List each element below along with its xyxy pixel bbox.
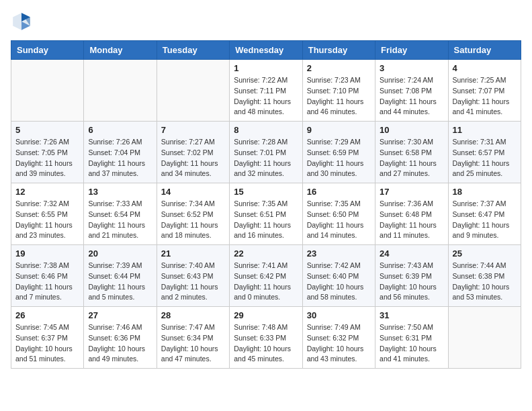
day-number: 11 bbox=[453, 125, 517, 135]
day-number: 3 bbox=[380, 63, 443, 73]
calendar-cell bbox=[84, 60, 157, 122]
day-number: 2 bbox=[307, 63, 371, 73]
calendar-cell: 10Sunrise: 7:30 AMSunset: 6:58 PMDayligh… bbox=[375, 122, 448, 183]
day-info: Sunrise: 7:44 AMSunset: 6:38 PMDaylight:… bbox=[453, 261, 517, 303]
calendar-header-row: SundayMondayTuesdayWednesdayThursdayFrid… bbox=[11, 41, 521, 60]
day-info: Sunrise: 7:46 AMSunset: 6:36 PMDaylight:… bbox=[88, 322, 152, 365]
day-number: 1 bbox=[234, 63, 298, 73]
day-info: Sunrise: 7:35 AMSunset: 6:51 PMDaylight:… bbox=[234, 199, 298, 241]
day-number: 22 bbox=[234, 248, 298, 259]
calendar-cell: 27Sunrise: 7:46 AMSunset: 6:36 PMDayligh… bbox=[84, 307, 157, 369]
day-number: 19 bbox=[15, 248, 79, 259]
day-info: Sunrise: 7:31 AMSunset: 6:57 PMDaylight:… bbox=[453, 137, 517, 179]
calendar-cell: 9Sunrise: 7:29 AMSunset: 6:59 PMDaylight… bbox=[302, 122, 375, 183]
calendar-week-1: 1Sunrise: 7:22 AMSunset: 7:11 PMDaylight… bbox=[11, 60, 521, 122]
calendar-cell: 21Sunrise: 7:40 AMSunset: 6:43 PMDayligh… bbox=[157, 245, 229, 307]
day-info: Sunrise: 7:23 AMSunset: 7:10 PMDaylight:… bbox=[307, 75, 371, 118]
day-info: Sunrise: 7:32 AMSunset: 6:55 PMDaylight:… bbox=[15, 199, 79, 241]
day-number: 9 bbox=[307, 125, 371, 135]
calendar-cell: 14Sunrise: 7:34 AMSunset: 6:52 PMDayligh… bbox=[157, 183, 229, 245]
day-header-sunday: Sunday bbox=[11, 41, 84, 60]
day-number: 29 bbox=[234, 310, 298, 320]
day-info: Sunrise: 7:49 AMSunset: 6:32 PMDaylight:… bbox=[307, 322, 371, 365]
day-info: Sunrise: 7:24 AMSunset: 7:08 PMDaylight:… bbox=[380, 75, 443, 118]
day-info: Sunrise: 7:41 AMSunset: 6:42 PMDaylight:… bbox=[234, 261, 298, 303]
day-number: 12 bbox=[15, 187, 79, 197]
calendar-cell: 6Sunrise: 7:26 AMSunset: 7:04 PMDaylight… bbox=[84, 122, 157, 183]
day-number: 26 bbox=[15, 310, 79, 320]
day-number: 30 bbox=[307, 310, 371, 320]
calendar-week-4: 19Sunrise: 7:38 AMSunset: 6:46 PMDayligh… bbox=[11, 245, 521, 307]
day-info: Sunrise: 7:39 AMSunset: 6:44 PMDaylight:… bbox=[88, 261, 152, 303]
day-header-saturday: Saturday bbox=[448, 41, 521, 60]
day-header-wednesday: Wednesday bbox=[230, 41, 302, 60]
day-info: Sunrise: 7:45 AMSunset: 6:37 PMDaylight:… bbox=[15, 322, 79, 365]
day-number: 7 bbox=[161, 125, 225, 135]
day-number: 21 bbox=[161, 248, 225, 259]
calendar-cell: 30Sunrise: 7:49 AMSunset: 6:32 PMDayligh… bbox=[302, 307, 375, 369]
day-info: Sunrise: 7:29 AMSunset: 6:59 PMDaylight:… bbox=[307, 137, 371, 179]
day-number: 18 bbox=[453, 187, 517, 197]
logo bbox=[11, 11, 35, 32]
calendar-cell: 23Sunrise: 7:42 AMSunset: 6:40 PMDayligh… bbox=[302, 245, 375, 307]
day-number: 14 bbox=[161, 187, 225, 197]
day-header-thursday: Thursday bbox=[302, 41, 375, 60]
calendar-cell: 26Sunrise: 7:45 AMSunset: 6:37 PMDayligh… bbox=[11, 307, 84, 369]
calendar: SundayMondayTuesdayWednesdayThursdayFrid… bbox=[11, 40, 521, 369]
logo-icon bbox=[11, 11, 32, 32]
day-info: Sunrise: 7:42 AMSunset: 6:40 PMDaylight:… bbox=[307, 261, 371, 303]
day-info: Sunrise: 7:27 AMSunset: 7:02 PMDaylight:… bbox=[161, 137, 225, 179]
calendar-cell: 25Sunrise: 7:44 AMSunset: 6:38 PMDayligh… bbox=[448, 245, 521, 307]
day-number: 15 bbox=[234, 187, 298, 197]
day-number: 4 bbox=[453, 63, 517, 73]
day-number: 23 bbox=[307, 248, 371, 259]
day-number: 17 bbox=[380, 187, 443, 197]
calendar-cell: 12Sunrise: 7:32 AMSunset: 6:55 PMDayligh… bbox=[11, 183, 84, 245]
day-info: Sunrise: 7:37 AMSunset: 6:47 PMDaylight:… bbox=[453, 199, 517, 241]
calendar-cell: 20Sunrise: 7:39 AMSunset: 6:44 PMDayligh… bbox=[84, 245, 157, 307]
day-number: 27 bbox=[88, 310, 152, 320]
day-info: Sunrise: 7:47 AMSunset: 6:34 PMDaylight:… bbox=[161, 322, 225, 365]
calendar-cell: 3Sunrise: 7:24 AMSunset: 7:08 PMDaylight… bbox=[375, 60, 448, 122]
day-number: 10 bbox=[380, 125, 443, 135]
calendar-week-5: 26Sunrise: 7:45 AMSunset: 6:37 PMDayligh… bbox=[11, 307, 521, 369]
day-number: 31 bbox=[380, 310, 443, 320]
calendar-cell: 7Sunrise: 7:27 AMSunset: 7:02 PMDaylight… bbox=[157, 122, 229, 183]
calendar-cell: 24Sunrise: 7:43 AMSunset: 6:39 PMDayligh… bbox=[375, 245, 448, 307]
calendar-cell: 22Sunrise: 7:41 AMSunset: 6:42 PMDayligh… bbox=[230, 245, 302, 307]
calendar-cell: 18Sunrise: 7:37 AMSunset: 6:47 PMDayligh… bbox=[448, 183, 521, 245]
calendar-cell: 31Sunrise: 7:50 AMSunset: 6:31 PMDayligh… bbox=[375, 307, 448, 369]
day-info: Sunrise: 7:40 AMSunset: 6:43 PMDaylight:… bbox=[161, 261, 225, 303]
calendar-cell: 11Sunrise: 7:31 AMSunset: 6:57 PMDayligh… bbox=[448, 122, 521, 183]
day-info: Sunrise: 7:25 AMSunset: 7:07 PMDaylight:… bbox=[453, 75, 517, 118]
day-info: Sunrise: 7:33 AMSunset: 6:54 PMDaylight:… bbox=[88, 199, 152, 241]
calendar-week-2: 5Sunrise: 7:26 AMSunset: 7:05 PMDaylight… bbox=[11, 122, 521, 183]
day-number: 6 bbox=[88, 125, 152, 135]
day-number: 24 bbox=[380, 248, 443, 259]
calendar-cell: 28Sunrise: 7:47 AMSunset: 6:34 PMDayligh… bbox=[157, 307, 229, 369]
calendar-cell: 8Sunrise: 7:28 AMSunset: 7:01 PMDaylight… bbox=[230, 122, 302, 183]
day-info: Sunrise: 7:30 AMSunset: 6:58 PMDaylight:… bbox=[380, 137, 443, 179]
day-info: Sunrise: 7:28 AMSunset: 7:01 PMDaylight:… bbox=[234, 137, 298, 179]
calendar-cell bbox=[448, 307, 521, 369]
day-number: 13 bbox=[88, 187, 152, 197]
day-number: 28 bbox=[161, 310, 225, 320]
calendar-week-3: 12Sunrise: 7:32 AMSunset: 6:55 PMDayligh… bbox=[11, 183, 521, 245]
calendar-cell: 19Sunrise: 7:38 AMSunset: 6:46 PMDayligh… bbox=[11, 245, 84, 307]
calendar-cell: 2Sunrise: 7:23 AMSunset: 7:10 PMDaylight… bbox=[302, 60, 375, 122]
calendar-cell bbox=[157, 60, 229, 122]
day-number: 25 bbox=[453, 248, 517, 259]
day-header-friday: Friday bbox=[375, 41, 448, 60]
day-info: Sunrise: 7:48 AMSunset: 6:33 PMDaylight:… bbox=[234, 322, 298, 365]
calendar-cell: 13Sunrise: 7:33 AMSunset: 6:54 PMDayligh… bbox=[84, 183, 157, 245]
calendar-cell: 1Sunrise: 7:22 AMSunset: 7:11 PMDaylight… bbox=[230, 60, 302, 122]
day-header-monday: Monday bbox=[84, 41, 157, 60]
day-info: Sunrise: 7:34 AMSunset: 6:52 PMDaylight:… bbox=[161, 199, 225, 241]
day-info: Sunrise: 7:43 AMSunset: 6:39 PMDaylight:… bbox=[380, 261, 443, 303]
calendar-cell: 5Sunrise: 7:26 AMSunset: 7:05 PMDaylight… bbox=[11, 122, 84, 183]
day-info: Sunrise: 7:35 AMSunset: 6:50 PMDaylight:… bbox=[307, 199, 371, 241]
calendar-cell: 29Sunrise: 7:48 AMSunset: 6:33 PMDayligh… bbox=[230, 307, 302, 369]
day-info: Sunrise: 7:50 AMSunset: 6:31 PMDaylight:… bbox=[380, 322, 443, 365]
day-info: Sunrise: 7:22 AMSunset: 7:11 PMDaylight:… bbox=[234, 75, 298, 118]
calendar-cell: 15Sunrise: 7:35 AMSunset: 6:51 PMDayligh… bbox=[230, 183, 302, 245]
